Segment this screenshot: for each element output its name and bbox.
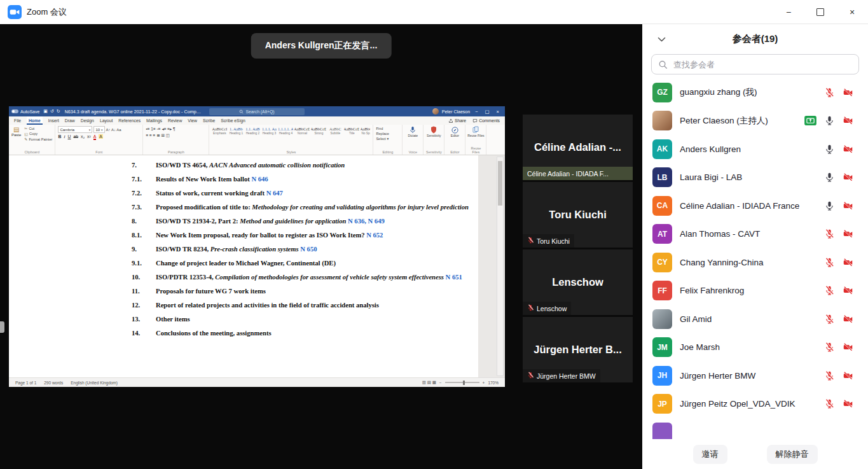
ribbon-tool-group[interactable]: Reuse Files Reuse Files (465, 125, 486, 155)
participant-row[interactable]: CY Chang Yanning-China (642, 248, 868, 277)
zoom-slider-thumb[interactable] (463, 381, 465, 385)
find-button[interactable]: Find (376, 126, 399, 131)
select-button[interactable]: Select ▾ (376, 136, 399, 141)
ribbon-tab[interactable]: Insert (48, 116, 59, 125)
close-button[interactable]: × (836, 0, 868, 24)
word-close-button[interactable]: × (495, 109, 501, 115)
zoom-out-button[interactable]: − (439, 381, 442, 385)
ribbon-tab[interactable]: Draw (65, 116, 75, 125)
minimize-button[interactable]: − (773, 0, 804, 24)
video-tile[interactable]: Lenschow Lenschow (523, 249, 633, 315)
participant-search[interactable] (651, 54, 859, 74)
ribbon-tab[interactable]: View (188, 116, 197, 125)
doc-text-segment: Pre-crash classification systems (210, 246, 301, 253)
participant-row[interactable]: JP Jürgen Peitz Opel_VDA_VDIK (642, 390, 868, 419)
quick-access-toolbar[interactable]: ▣ ↺ ↻ (43, 109, 60, 114)
agenda-item: 7.1. Results of New Work Item ballot N 6… (132, 175, 469, 183)
zoom-in-button[interactable]: + (483, 381, 485, 385)
video-tile[interactable]: Toru Kiuchi Toru Kiuchi (523, 182, 633, 248)
agenda-item-number: 8. (132, 217, 156, 225)
zoom-slider[interactable] (445, 382, 479, 383)
camera-off-icon (842, 200, 854, 211)
style-gallery-item[interactable]: 1.1. AaB Heading 2 (245, 126, 260, 136)
participant-row[interactable]: CA Céline Adalian - IDIADA France (642, 192, 868, 220)
style-gallery-item[interactable]: AaBbC Subtitle (327, 126, 343, 136)
invite-button[interactable]: 邀请 (693, 445, 727, 464)
word-restore-button[interactable]: ▢ (483, 109, 492, 115)
ribbon-tab-label: File (14, 118, 21, 123)
ribbon-tool-group[interactable]: Dictate Voice (403, 125, 424, 155)
ribbon-tab-bar-right: Share Comments (448, 118, 505, 123)
ribbon-tab[interactable]: Layout (100, 116, 113, 125)
page-indicator[interactable]: Page 1 of 1 (15, 381, 36, 385)
ribbon-tab[interactable]: Scribe eSign (221, 116, 245, 125)
chevron-down-icon[interactable] (658, 37, 666, 42)
ribbon-tool-group[interactable]: Editor Editor (444, 125, 465, 155)
active-speaker-toast: Anders Kullgren正在发言... (251, 33, 392, 59)
ribbon-tab[interactable]: References (118, 116, 141, 125)
participant-row[interactable]: FF Felix Fahrenkrog (642, 277, 868, 305)
font-name-select[interactable]: Cambria ▾ (58, 126, 92, 133)
style-gallery-item[interactable]: AaBbCcD No Spac... (361, 126, 370, 136)
clipboard-item-button[interactable]: ✎ Format Painter (24, 137, 52, 141)
participant-row[interactable]: JH Jürgen Herter BMW (642, 361, 868, 390)
participant-row[interactable]: LB Laura Bigi - LAB (642, 164, 868, 192)
doc-text-segment: Compilation of methodologies for assessm… (215, 274, 445, 281)
mic-muted-icon (824, 285, 835, 296)
participant-search-input[interactable] (672, 59, 852, 70)
view-mode-buttons[interactable]: ▥ ▤ ▦ (422, 380, 436, 385)
video-tile[interactable]: Jürgen Herter B... Jürgen Herter BMW (523, 317, 633, 382)
style-gallery-item[interactable]: AaBbCcI Emphasis (212, 126, 227, 136)
participant-status-icons (824, 172, 854, 183)
zoom-percentage[interactable]: 170% (488, 381, 499, 385)
unmute-button[interactable]: 解除静音 (767, 445, 818, 464)
doc-text-segment: Conclusions of the meeting, assignments (156, 330, 272, 337)
style-gallery-item[interactable]: 1.1.1.1. A Heading 4 (278, 126, 293, 136)
clipboard-item-button[interactable]: ✂ Cut (24, 126, 52, 130)
style-gallery-item[interactable]: AaBbCcD Normal (294, 126, 310, 136)
comments-button[interactable]: Comments (472, 118, 500, 123)
ribbon-tab[interactable]: Scribe (203, 116, 215, 125)
paste-button[interactable]: ▤ Paste (11, 126, 21, 141)
style-gallery-item[interactable]: AaBbCcD Title (344, 126, 359, 136)
word-minimize-button[interactable]: − (473, 109, 479, 115)
style-gallery-item[interactable]: 1. AaBb Heading 1 (228, 126, 244, 136)
participant-row[interactable]: AT Alan Thomas - CAVT (642, 220, 868, 249)
word-count[interactable]: 290 words (44, 381, 63, 385)
style-gallery-item[interactable]: 1.1.1. Aa Heading 3 (261, 126, 277, 136)
language-indicator[interactable]: English (United Kingdom) (71, 381, 118, 385)
font-tools-icons[interactable]: A↑ A↓ Aa (106, 128, 121, 132)
ribbon-tab[interactable]: Design (81, 116, 94, 125)
paragraph-tools-row2[interactable]: ≡ ≡ ≡ ≣ ⊞ ◫ (146, 132, 206, 139)
ribbon-group-label: Editor (450, 150, 459, 154)
font-format-buttons[interactable]: B I U ab x₂ x² A A (58, 134, 140, 140)
chevron-down-icon: ▾ (89, 128, 91, 132)
document-scrollbar[interactable] (497, 157, 504, 376)
ribbon-tab[interactable]: Home (27, 116, 43, 125)
participant-status-icons (824, 398, 854, 409)
autosave-toggle[interactable]: AutoSave (11, 109, 39, 114)
ribbon-tab[interactable]: Mailings (146, 116, 162, 125)
participant-row[interactable] (642, 418, 868, 439)
scrollbar-thumb[interactable] (498, 161, 502, 206)
replace-button[interactable]: Replace (376, 131, 399, 136)
ribbon-tab[interactable]: Review (168, 116, 182, 125)
ribbon-tab[interactable]: File (14, 116, 21, 125)
clipboard-item-icon: ✎ (24, 137, 27, 141)
clipboard-item-button[interactable]: ◱ Copy (24, 132, 52, 136)
share-button[interactable]: Share (448, 118, 466, 123)
maximize-button[interactable] (804, 0, 836, 24)
participant-row[interactable]: Gil Amid (642, 305, 868, 333)
participant-row[interactable]: JM Joe Marsh (642, 333, 868, 362)
participant-row[interactable]: GZ guangxiu zhang (我) (642, 78, 868, 107)
mic-muted-icon (824, 87, 835, 98)
font-size-select[interactable]: 10 ▾ (93, 126, 104, 133)
style-gallery-item[interactable]: AaBbCcD Strong (311, 126, 326, 136)
video-tile[interactable]: Céline Adalian -... Céline Adalian - IDI… (523, 115, 633, 180)
ribbon-tool-group[interactable]: Sensitivity Sensitivity (424, 125, 444, 155)
word-search-box[interactable]: Search (Alt+Q) (209, 108, 305, 115)
participant-row[interactable]: Peter Claeson (主持人) (642, 107, 868, 136)
participant-row[interactable]: AK Anders Kullgren (642, 135, 868, 164)
ribbon-tool-name: Reuse Files (467, 134, 484, 137)
paragraph-tools-row1[interactable]: ▪≡ 1≡ ▫≡ ◂≡ ≡▸ ¶ (146, 126, 206, 132)
